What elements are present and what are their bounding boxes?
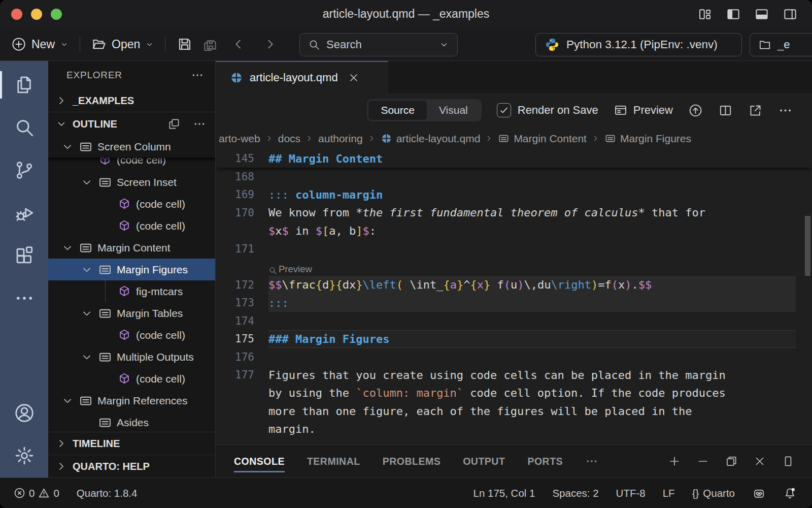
- breadcrumb-item-margin-figures[interactable]: Margin Figures: [604, 133, 691, 145]
- editor-group: article-layout.qmd Source Visual Render …: [216, 61, 812, 478]
- debug-icon[interactable]: [0, 198, 48, 228]
- window-title: article-layout.qmd — _examples: [0, 7, 812, 21]
- outline-item-margin-references[interactable]: Margin References: [48, 390, 215, 411]
- more-panel-tabs-icon[interactable]: [585, 455, 598, 468]
- sidebar-item-quarto-help[interactable]: QUARTO: HELP: [48, 455, 215, 478]
- workspace-button[interactable]: _e: [750, 33, 812, 56]
- more-actions-icon[interactable]: [778, 103, 793, 118]
- breadcrumb-item-arto-web[interactable]: arto-web: [219, 133, 260, 145]
- sidebar-item-timeline[interactable]: TIMELINE: [48, 432, 215, 455]
- outline-item-label: Margin Content: [97, 242, 171, 254]
- restore-panel-icon[interactable]: [725, 455, 738, 468]
- cursor-position-status[interactable]: Ln 175, Col 1: [473, 487, 535, 499]
- outline-item-code-cell[interactable]: (code cell): [48, 215, 215, 237]
- outline-item-code-cell[interactable]: (code cell): [48, 193, 215, 215]
- python-icon: [545, 38, 559, 52]
- render-on-save-toggle[interactable]: Render on Save: [497, 103, 598, 117]
- forward-icon[interactable]: [263, 37, 277, 51]
- publish-icon[interactable]: [688, 103, 703, 118]
- more-actions-icon[interactable]: [191, 69, 204, 82]
- panel-tab-output[interactable]: OUTPUT: [463, 456, 505, 467]
- breadcrumb-item-margin-content[interactable]: Margin Content: [498, 133, 587, 145]
- outline-item-fig-mtcars[interactable]: fig-mtcars: [48, 280, 215, 302]
- maximize-panel-icon[interactable]: [782, 455, 795, 468]
- sidebar-item-examples[interactable]: _EXAMPLES: [48, 89, 215, 112]
- save-all-icon[interactable]: [202, 36, 218, 52]
- outline-item-code-cell[interactable]: (code cell): [48, 368, 215, 390]
- notifications-bell-icon[interactable]: [783, 486, 797, 500]
- copy-icon[interactable]: [167, 117, 181, 131]
- close-tab-icon[interactable]: [348, 72, 360, 84]
- minimize-panel-icon[interactable]: [696, 455, 709, 468]
- status-bar: 0 0 Quarto: 1.8.4 Ln 175, Col 1 Spaces: …: [0, 478, 812, 508]
- line-content: [268, 312, 796, 330]
- titlebar: article-layout.qmd — _examples: [0, 0, 812, 28]
- close-panel-icon[interactable]: [753, 455, 766, 468]
- chevron-down-icon: [80, 176, 93, 189]
- outline-item-margin-tables[interactable]: Margin Tables: [48, 302, 215, 324]
- search-icon[interactable]: [0, 113, 48, 142]
- search-input[interactable]: Search: [299, 33, 458, 56]
- encoding-status[interactable]: UTF-8: [616, 487, 646, 499]
- chevron-down-icon: [61, 241, 74, 255]
- activity-bar: [0, 61, 48, 478]
- quarto-help-label: QUARTO: HELP: [73, 461, 150, 472]
- outline-item-label: Multiple Outputs: [117, 351, 194, 363]
- section-icon: [79, 140, 93, 154]
- outline-item-code-cell[interactable]: (code cell): [48, 157, 215, 171]
- outline-header[interactable]: OUTLINE: [48, 112, 215, 136]
- panel-tab-terminal[interactable]: TERMINAL: [307, 456, 360, 467]
- preview-button[interactable]: Preview: [614, 103, 673, 117]
- breadcrumb-item-docs[interactable]: docs: [278, 133, 300, 145]
- outline-item-screen-inset[interactable]: Screen Inset: [48, 171, 215, 193]
- tab-article-layout[interactable]: article-layout.qmd: [216, 61, 388, 93]
- more-icon[interactable]: [0, 283, 48, 313]
- line-content: Figures that you create using code cells…: [268, 366, 796, 385]
- outline-item-margin-content[interactable]: Margin Content: [48, 237, 215, 259]
- back-icon[interactable]: [231, 37, 246, 51]
- new-button[interactable]: New: [11, 37, 69, 52]
- outline-item-multiple-outputs[interactable]: Multiple Outputs: [48, 346, 215, 368]
- open-external-icon[interactable]: [748, 103, 763, 118]
- open-button-label: Open: [112, 38, 140, 51]
- customize-layout-icon[interactable]: [697, 7, 713, 22]
- source-mode-button[interactable]: Source: [368, 101, 427, 120]
- breadcrumb-item-authoring[interactable]: authoring: [318, 133, 363, 145]
- files-icon[interactable]: [0, 70, 48, 100]
- panel-tab-console[interactable]: CONSOLE: [234, 456, 285, 467]
- settings-icon[interactable]: [0, 441, 48, 470]
- line-content: margin.: [268, 420, 796, 438]
- account-icon[interactable]: [0, 398, 48, 428]
- open-button[interactable]: Open: [91, 37, 154, 52]
- eol-status[interactable]: LF: [663, 487, 675, 499]
- interpreter-selector[interactable]: Python 3.12.1 (PipEnv: .venv): [535, 33, 742, 56]
- explorer-header[interactable]: EXPLORER: [48, 61, 215, 89]
- breadcrumb-label: Margin Figures: [620, 133, 691, 145]
- toggle-panel-icon[interactable]: [754, 7, 769, 22]
- save-icon[interactable]: [177, 36, 193, 52]
- outline-item-code-cell[interactable]: (code cell): [48, 324, 215, 346]
- toggle-secondary-sidebar-icon[interactable]: [783, 7, 798, 22]
- quarto-version-status[interactable]: Quarto: 1.8.4: [77, 487, 138, 499]
- assistant-icon[interactable]: [752, 486, 766, 500]
- split-editor-icon[interactable]: [718, 103, 733, 118]
- panel-tab-problems[interactable]: PROBLEMS: [383, 456, 441, 467]
- chevron-right-icon: [265, 134, 274, 143]
- toggle-sidebar-icon[interactable]: [726, 7, 741, 22]
- breadcrumb-item-article-layout-qmd[interactable]: article-layout.qmd: [381, 133, 481, 145]
- source-control-icon[interactable]: [0, 155, 48, 185]
- indentation-status[interactable]: Spaces: 2: [552, 487, 598, 499]
- more-actions-icon[interactable]: [193, 117, 206, 131]
- extensions-icon[interactable]: [0, 241, 48, 270]
- visual-mode-button[interactable]: Visual: [427, 101, 480, 120]
- new-console-icon[interactable]: [668, 455, 681, 468]
- panel-tab-ports[interactable]: PORTS: [527, 456, 563, 467]
- code-lens-preview[interactable]: Preview: [216, 258, 812, 276]
- outline-item-screen-column[interactable]: Screen Column: [48, 136, 215, 157]
- editor-scrollbar[interactable]: [805, 216, 810, 276]
- outline-item-margin-figures[interactable]: Margin Figures: [48, 259, 215, 280]
- language-mode-status[interactable]: {} Quarto: [692, 487, 735, 499]
- braces-icon: {}: [692, 487, 699, 499]
- problems-status[interactable]: 0 0: [13, 487, 59, 499]
- outline-item-asides[interactable]: Asides: [48, 411, 215, 432]
